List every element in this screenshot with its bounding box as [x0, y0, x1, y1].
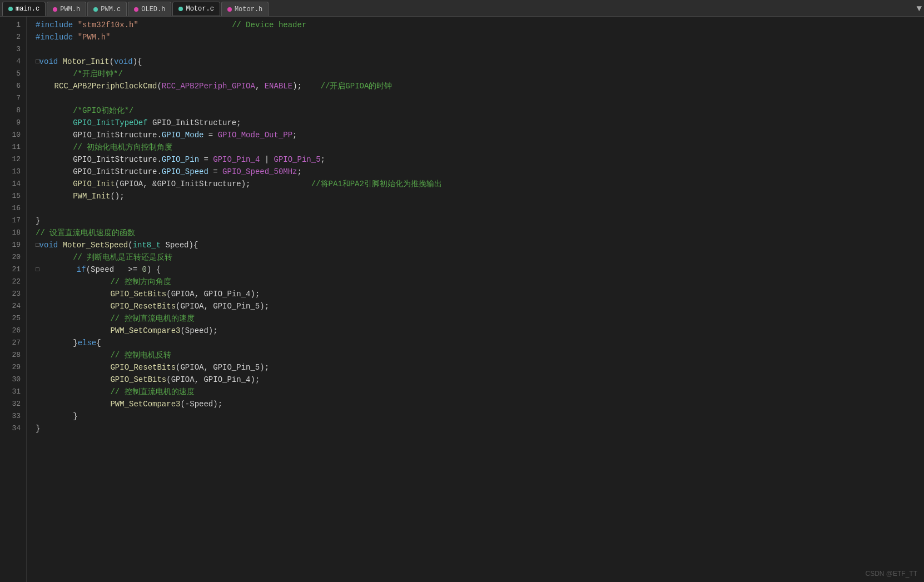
tab-dot-pwm-h: [53, 7, 57, 12]
line-num-29: 29: [0, 361, 21, 374]
code-line-19: □void Motor_SetSpeed(int8_t Speed){: [36, 239, 924, 251]
code-line-15: PWM_Init();: [36, 190, 924, 202]
tab-motor-h[interactable]: Motor.h: [221, 2, 269, 16]
tab-dot-motor-h: [227, 7, 232, 12]
code-line-16: [36, 202, 924, 215]
editor: 1 2 3 4 5 6 7 8 9 10 11 12 13 14 15 16 1…: [0, 17, 924, 582]
code-line-12: GPIO_InitStructure.GPIO_Pin = GPIO_Pin_4…: [36, 153, 924, 166]
line-num-23: 23: [0, 288, 21, 300]
line-num-15: 15: [0, 190, 21, 202]
code-line-31: // 控制直流电机的速度: [36, 386, 924, 398]
line-num-16: 16: [0, 202, 21, 215]
line-num-22: 22: [0, 276, 21, 288]
code-line-3: [36, 43, 924, 56]
line-num-5: 5: [0, 68, 21, 80]
line-numbers: 1 2 3 4 5 6 7 8 9 10 11 12 13 14 15 16 1…: [0, 17, 27, 582]
line-num-17: 17: [0, 215, 21, 227]
line-num-9: 9: [0, 117, 21, 129]
line-num-33: 33: [0, 410, 21, 422]
tab-dot-main-c: [8, 7, 13, 11]
code-line-28: // 控制电机反转: [36, 349, 924, 361]
code-line-11: // 初始化电机方向控制角度: [36, 141, 924, 153]
line-num-4: 4: [0, 56, 21, 68]
line-num-24: 24: [0, 300, 21, 312]
line-num-19: 19: [0, 239, 21, 251]
tab-dot-oled-h: [134, 7, 138, 12]
code-line-21: □ if(Speed >= 0) {: [36, 263, 924, 276]
line-num-21: 21: [0, 263, 21, 276]
code-line-13: GPIO_InitStructure.GPIO_Speed = GPIO_Spe…: [36, 166, 924, 178]
code-line-2: #include "PWM.h": [36, 31, 924, 43]
code-line-29: GPIO_ResetBits(GPIOA, GPIO_Pin_5);: [36, 361, 924, 374]
line-num-30: 30: [0, 374, 21, 386]
code-line-6: RCC_APB2PeriphClockCmd(RCC_APB2Periph_GP…: [36, 80, 924, 92]
code-line-18: // 设置直流电机速度的函数: [36, 227, 924, 239]
tab-main-c[interactable]: main.c: [2, 2, 46, 16]
code-line-33: }: [36, 410, 924, 422]
line-num-2: 2: [0, 31, 21, 43]
code-line-8: /*GPIO初始化*/: [36, 105, 924, 117]
line-num-26: 26: [0, 325, 21, 337]
tab-dot-pwm-c: [93, 7, 98, 12]
code-line-14: GPIO_Init(GPIOA, &GPIO_InitStructure); /…: [36, 178, 924, 190]
code-line-32: PWM_SetCompare3(-Speed);: [36, 398, 924, 410]
line-num-1: 1: [0, 19, 21, 31]
tab-oled-h[interactable]: OLED.h: [128, 2, 171, 16]
line-num-34: 34: [0, 422, 21, 435]
line-num-14: 14: [0, 178, 21, 190]
tab-label-motor-c: Motor.c: [186, 5, 213, 13]
code-line-17: }: [36, 215, 924, 227]
line-num-25: 25: [0, 312, 21, 325]
code-line-22: // 控制方向角度: [36, 276, 924, 288]
line-num-3: 3: [0, 43, 21, 56]
code-line-25: // 控制直流电机的速度: [36, 312, 924, 325]
code-line-23: GPIO_SetBits(GPIOA, GPIO_Pin_4);: [36, 288, 924, 300]
code-content[interactable]: #include "stm32f10x.h" // Device header …: [27, 17, 924, 582]
line-num-28: 28: [0, 349, 21, 361]
watermark: CSDN @ETF_TT: [865, 570, 917, 578]
code-line-26: PWM_SetCompare3(Speed);: [36, 325, 924, 337]
code-line-4: □void Motor_Init(void){: [36, 56, 924, 68]
code-line-1: #include "stm32f10x.h" // Device header: [36, 19, 924, 31]
line-num-6: 6: [0, 80, 21, 92]
tab-pwm-c[interactable]: PWM.c: [87, 2, 127, 16]
line-num-12: 12: [0, 153, 21, 166]
code-line-5: /*开启时钟*/: [36, 68, 924, 80]
line-num-11: 11: [0, 141, 21, 153]
code-line-9: GPIO_InitTypeDef GPIO_InitStructure;: [36, 117, 924, 129]
tab-label-oled-h: OLED.h: [141, 6, 165, 13]
line-num-10: 10: [0, 129, 21, 141]
tab-dropdown-button[interactable]: ▼: [916, 4, 922, 14]
tab-pwm-h[interactable]: PWM.h: [47, 2, 86, 16]
line-num-13: 13: [0, 166, 21, 178]
token-include-1: #include: [36, 19, 73, 31]
code-line-30: GPIO_SetBits(GPIOA, GPIO_Pin_4);: [36, 374, 924, 386]
tab-dot-motor-c: [178, 7, 183, 11]
tab-bar: main.c PWM.h PWM.c OLED.h Motor.c Motor.…: [0, 0, 924, 17]
code-line-34: }: [36, 422, 924, 435]
line-num-8: 8: [0, 105, 21, 117]
line-num-32: 32: [0, 398, 21, 410]
line-num-31: 31: [0, 386, 21, 398]
code-line-20: // 判断电机是正转还是反转: [36, 251, 924, 263]
line-num-20: 20: [0, 251, 21, 263]
code-line-10: GPIO_InitStructure.GPIO_Mode = GPIO_Mode…: [36, 129, 924, 141]
tab-label-main-c: main.c: [16, 5, 39, 13]
line-num-7: 7: [0, 92, 21, 105]
tab-label-pwm-h: PWM.h: [60, 6, 80, 13]
line-num-27: 27: [0, 337, 21, 349]
tab-motor-c[interactable]: Motor.c: [172, 2, 220, 16]
code-line-27: }else{: [36, 337, 924, 349]
code-line-24: GPIO_ResetBits(GPIOA, GPIO_Pin_5);: [36, 300, 924, 312]
line-num-18: 18: [0, 227, 21, 239]
tab-label-motor-h: Motor.h: [235, 6, 262, 13]
code-line-7: [36, 92, 924, 105]
tab-label-pwm-c: PWM.c: [101, 6, 121, 13]
